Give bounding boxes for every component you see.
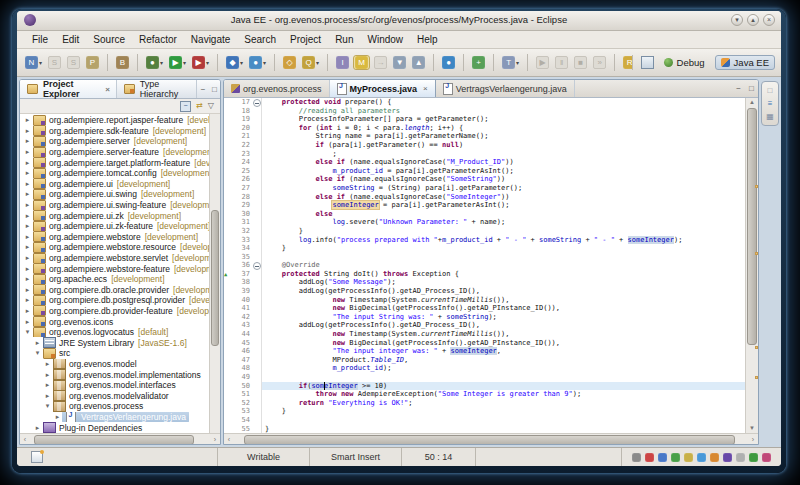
line-number[interactable]: 21 (230, 132, 252, 141)
line-number[interactable]: 51 (230, 390, 252, 399)
folding-ruler[interactable] (252, 201, 262, 210)
new-task-dropdown[interactable]: T▾ (500, 55, 521, 70)
scroll-left-icon[interactable]: ‹ (224, 436, 234, 443)
open-web-browser-button[interactable]: ● (440, 55, 457, 70)
tree-item[interactable]: ▸Plug-in Dependencies (20, 422, 209, 433)
build-all-button[interactable]: B (114, 55, 131, 70)
editor-tab[interactable]: VertragsVerlaengerung.java (436, 80, 575, 97)
scroll-left-icon[interactable]: ‹ (20, 436, 30, 443)
code-text[interactable]: else if (name.equalsIgnoreCase("SomeStri… (262, 175, 745, 184)
code-text[interactable]: new Timestamp(System.currentTimeMillis()… (262, 296, 745, 305)
annotation-ruler[interactable] (224, 347, 230, 356)
code-text[interactable]: String name = para[i].getParameterName()… (262, 132, 745, 141)
code-text[interactable]: for (int i = 0; i < para.length; i++) { (262, 124, 745, 133)
new-wizard-dropdown[interactable]: N▾ (23, 55, 44, 70)
folding-ruler[interactable] (252, 278, 262, 287)
line-number[interactable]: 34 (230, 244, 252, 253)
folding-ruler[interactable] (252, 364, 262, 373)
expand-arrow-icon[interactable]: ▾ (23, 328, 32, 336)
annotation-ruler[interactable] (224, 167, 230, 176)
annotation-ruler[interactable] (224, 98, 230, 107)
minimize-editor-icon[interactable]: − (732, 80, 745, 97)
folding-ruler[interactable] (252, 287, 262, 296)
annotation-ruler[interactable] (224, 218, 230, 227)
tray-icon[interactable] (749, 453, 758, 462)
type-hierarchy-tab[interactable]: Type Hierarchy (117, 80, 198, 98)
close-tab-icon[interactable]: × (423, 84, 428, 93)
annotation-ruler[interactable] (224, 278, 230, 287)
expand-arrow-icon[interactable]: ▸ (23, 137, 32, 145)
folding-ruler[interactable] (252, 193, 262, 202)
line-number[interactable]: 52 (230, 399, 252, 408)
editor-tab[interactable]: org.evenos.process (224, 80, 330, 97)
web-wizard-dropdown[interactable]: ●▾ (247, 55, 268, 70)
annotation-pin-button[interactable]: I (334, 55, 351, 70)
tree-item[interactable]: ▸org.compiere.db.provider-feature[develo… (20, 306, 209, 317)
line-number[interactable]: 32 (230, 227, 252, 236)
code-text[interactable]: } (262, 244, 745, 253)
line-number[interactable]: 31 (230, 218, 252, 227)
annotation-ruler[interactable] (224, 175, 230, 184)
line-number[interactable]: 33 (230, 236, 252, 245)
occurrence-marker[interactable] (755, 346, 758, 349)
open-perspective-button[interactable] (641, 56, 654, 69)
code-text[interactable]: else (262, 210, 745, 219)
annotation-ruler[interactable] (224, 210, 230, 219)
annotation-ruler[interactable] (224, 364, 230, 373)
tree-item[interactable]: ▸org.adempiere.report.jasper-feature[dev… (20, 115, 209, 126)
tree-item[interactable]: ▸org.adempiere.webstore.resource[develop… (20, 242, 209, 253)
code-text[interactable]: addLog(getProcessInfo().getAD_Process_ID… (262, 287, 745, 296)
annotation-ruler[interactable] (224, 253, 230, 262)
tree-item[interactable]: ▸org.adempiere.ui.swing-feature[developm… (20, 200, 209, 211)
expand-arrow-icon[interactable]: ▸ (23, 233, 32, 241)
annotation-ruler[interactable] (224, 313, 230, 322)
line-number[interactable]: 35 (230, 253, 252, 262)
menu-window[interactable]: Window (360, 33, 410, 46)
folding-ruler[interactable] (252, 347, 262, 356)
folding-ruler[interactable] (252, 236, 262, 245)
code-text[interactable]: addLog("Some Message"); (262, 278, 745, 287)
tray-icon[interactable] (684, 453, 693, 462)
resume-button[interactable]: ▶ (534, 55, 551, 70)
folding-ruler[interactable] (252, 399, 262, 408)
code-text[interactable]: new BigDecimal(getProcessInfo().getAD_PI… (262, 339, 745, 348)
line-number[interactable]: 23 (230, 150, 252, 159)
tray-icon[interactable] (697, 453, 706, 462)
expand-arrow-icon[interactable]: ▸ (23, 212, 32, 220)
annotation-ruler[interactable] (224, 124, 230, 133)
annotation-ruler[interactable]: ▲ (224, 270, 230, 279)
annotation-ruler[interactable] (224, 184, 230, 193)
tree-item[interactable]: ▾src (20, 348, 209, 359)
annotation-ruler[interactable] (224, 244, 230, 253)
save-all-button[interactable]: S (65, 55, 82, 70)
expand-arrow-icon[interactable]: ▸ (23, 318, 32, 326)
line-number[interactable]: 49 (230, 373, 252, 382)
annotation-ruler[interactable] (224, 296, 230, 305)
folding-ruler[interactable] (252, 167, 262, 176)
annotation-ruler[interactable] (224, 227, 230, 236)
code-text[interactable] (262, 253, 745, 262)
expand-arrow-icon[interactable]: ▸ (53, 413, 62, 421)
line-number[interactable]: 26 (230, 175, 252, 184)
code-text[interactable]: new Timestamp(System.currentTimeMillis()… (262, 330, 745, 339)
tree-item[interactable]: ▸JRE System Library[JavaSE-1.6] (20, 337, 209, 348)
tree-item[interactable]: ▸org.evenos.model.interfaces (20, 380, 209, 391)
annotation-ruler[interactable] (224, 399, 230, 408)
folding-ruler[interactable] (252, 304, 262, 313)
expand-arrow-icon[interactable]: ▸ (33, 339, 42, 347)
code-text[interactable]: addLog(getProcessInfo().getAD_Process_ID… (262, 321, 745, 330)
annotation-ruler[interactable] (224, 390, 230, 399)
line-number[interactable]: 44 (230, 330, 252, 339)
new-web-project-dropdown[interactable]: ◆▾ (224, 55, 245, 70)
folding-ruler[interactable] (252, 175, 262, 184)
scroll-down-icon[interactable]: ▼ (746, 424, 758, 433)
close-button[interactable]: × (763, 14, 775, 26)
code-text[interactable]: else if (name.equalsIgnoreCase("M_Produc… (262, 158, 745, 167)
code-text[interactable]: "The input integer was: " + someInteger, (262, 347, 745, 356)
menu-source[interactable]: Source (86, 33, 132, 46)
tree-item[interactable]: ▸org.evenos.model.implementations (20, 369, 209, 380)
javaee-perspective-button[interactable]: Java EE (715, 55, 775, 70)
tree-item[interactable]: ▸org.adempiere.ui.zk-feature[development… (20, 221, 209, 232)
folding-ruler[interactable] (252, 356, 262, 365)
tree-item[interactable]: ▸VertragsVerlaengerung.java (20, 412, 209, 423)
